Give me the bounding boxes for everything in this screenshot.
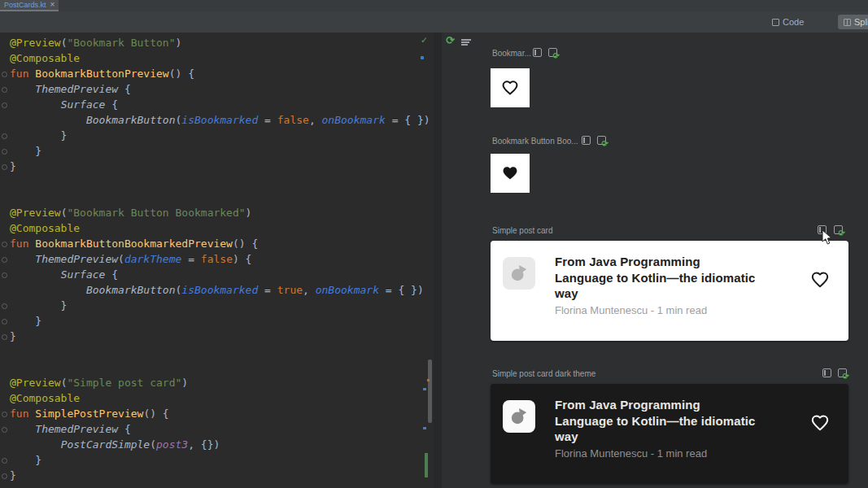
fold-marker-icon[interactable]	[0, 421, 10, 437]
build-refresh-icon[interactable]: ⟳	[446, 34, 455, 46]
fold-marker-icon[interactable]	[0, 128, 10, 143]
scrollbar-info-mark	[423, 388, 426, 390]
code-line[interactable]: fun BookmarkButtonBookmarkedPreview() {	[0, 236, 434, 251]
fold-marker-icon[interactable]	[0, 97, 10, 112]
gutter	[0, 205, 10, 220]
gutter	[0, 375, 10, 390]
code-line[interactable]	[0, 344, 434, 359]
split-mode-button[interactable]: Split	[838, 15, 868, 29]
post-card-light-preview[interactable]: From Java Programming Language to Kotlin…	[491, 241, 848, 341]
code-line[interactable]: ThemedPreview {	[0, 81, 434, 97]
code-line[interactable]: }	[0, 329, 434, 344]
gutter	[0, 344, 10, 359]
inspections-ok-icon[interactable]: ✓	[421, 34, 427, 46]
preview-label-bookmark-button: Bookmar...	[492, 49, 531, 58]
fold-marker-icon[interactable]	[0, 159, 10, 174]
fold-marker-icon[interactable]	[0, 406, 10, 421]
gutter	[0, 35, 10, 50]
fold-marker-icon[interactable]	[0, 329, 10, 344]
code-line[interactable]: BookmarkButton(isBookmarked = false, onB…	[0, 112, 434, 128]
file-tab[interactable]: PostCards.kt ×	[0, 0, 59, 11]
kotlin-logo-icon	[510, 407, 528, 425]
favorite-icon	[809, 270, 831, 290]
code-line[interactable]: }	[0, 159, 434, 174]
code-line[interactable]: }	[0, 128, 434, 143]
code-line[interactable]: @Composable	[0, 220, 434, 236]
code-line[interactable]: }	[0, 313, 434, 329]
fold-marker-icon[interactable]	[0, 236, 10, 251]
code-line[interactable]	[0, 359, 434, 375]
fold-marker-icon[interactable]	[0, 66, 10, 81]
code-line[interactable]: ThemedPreview {	[0, 421, 434, 437]
code-line[interactable]: }	[0, 452, 434, 468]
fold-marker-icon[interactable]	[0, 251, 10, 267]
inspections-info-marker	[421, 56, 424, 59]
post-byline: Florina Muntenescu - 1 min read	[555, 304, 760, 316]
code-line[interactable]: BookmarkButton(isBookmarked = true, onBo…	[0, 282, 434, 298]
heart-filled-icon	[501, 164, 519, 182]
preview-label-simple-post-card-dark: Simple post card dark theme	[492, 369, 595, 378]
code-line[interactable]: @Preview("Bookmark Button Bookmarked")	[0, 205, 434, 220]
code-line[interactable]: }	[0, 468, 434, 483]
scrollbar-warning-mark	[427, 379, 430, 381]
heart-outline-icon	[501, 79, 519, 97]
file-tab-label: PostCards.kt	[4, 1, 46, 9]
close-icon[interactable]: ×	[50, 1, 55, 9]
post-card-text: From Java Programming Language to Kotlin…	[555, 254, 760, 316]
code-line[interactable]: @Composable	[0, 50, 434, 66]
code-line[interactable]: fun SimplePostPreview() {	[0, 406, 434, 421]
bookmark-button-preview[interactable]	[491, 68, 530, 107]
preview-label-simple-post-card: Simple post card	[492, 226, 552, 235]
code-line[interactable]: PostCardSimple(post3, {})	[0, 437, 434, 452]
options-icon[interactable]	[461, 39, 471, 46]
code-line[interactable]: }	[0, 143, 434, 159]
code-line[interactable]: fun BookmarkButtonPreview() {	[0, 66, 434, 81]
gutter	[0, 174, 10, 190]
gutter	[0, 112, 10, 128]
code-line[interactable]: Surface {	[0, 97, 434, 112]
gutter	[0, 390, 10, 406]
kotlin-logo-icon	[510, 264, 528, 282]
code-line[interactable]: @Composable	[0, 390, 434, 406]
post-byline: Florina Muntenescu - 1 min read	[555, 447, 760, 460]
run-preview-icon[interactable]: ⟳	[548, 48, 557, 57]
favorite-icon	[809, 413, 831, 433]
fold-marker-icon[interactable]	[0, 468, 10, 483]
deploy-preview-icon[interactable]	[822, 368, 831, 377]
fold-marker-icon[interactable]	[0, 81, 10, 97]
gutter	[0, 190, 10, 205]
scrollbar-info-mark	[423, 427, 426, 429]
run-preview-icon[interactable]: ⟳	[597, 136, 606, 145]
code-line[interactable]: @Preview("Simple post card")	[0, 375, 434, 390]
deploy-preview-icon[interactable]	[533, 48, 542, 57]
gutter	[0, 220, 10, 236]
run-preview-icon[interactable]: ⟳	[834, 225, 843, 234]
code-line[interactable]	[0, 174, 434, 190]
post-thumbnail	[503, 400, 535, 433]
fold-marker-icon[interactable]	[0, 313, 10, 329]
fold-marker-icon[interactable]	[0, 143, 10, 159]
post-title: From Java Programming Language to Kotlin…	[555, 397, 760, 445]
code-line[interactable]: @Preview("Bookmark Button")	[0, 35, 434, 50]
compose-preview-panel: ⟳ Bookmar... ⟳ Bookmark Button Boo... ⟳	[442, 33, 868, 488]
fold-marker-icon[interactable]	[0, 298, 10, 313]
editor-preview-divider[interactable]	[434, 33, 442, 488]
bookmark-button-bookmarked-preview[interactable]	[491, 154, 530, 193]
post-card-dark-preview[interactable]: From Java Programming Language to Kotlin…	[491, 384, 848, 484]
gutter	[0, 282, 10, 298]
android-studio-window: PostCards.kt × Code Split @Preview("Book…	[0, 0, 868, 488]
code-editor[interactable]: @Preview("Bookmark Button")@Composablefu…	[0, 33, 434, 488]
fold-marker-icon[interactable]	[0, 452, 10, 468]
code-line[interactable]	[0, 190, 434, 205]
fold-marker-icon[interactable]	[0, 267, 10, 282]
code-line[interactable]: }	[0, 298, 434, 313]
code-line[interactable]: ThemedPreview(darkTheme = false) {	[0, 251, 434, 267]
code-mode-button[interactable]: Code	[766, 15, 809, 29]
code-line[interactable]: Surface {	[0, 267, 434, 282]
editor-scrollbar-thumb[interactable]	[428, 359, 432, 423]
split-mode-icon	[844, 19, 851, 26]
code-lines: @Preview("Bookmark Button")@Composablefu…	[0, 35, 434, 483]
deploy-preview-icon[interactable]	[818, 225, 827, 234]
run-preview-icon[interactable]: ⟳	[838, 368, 847, 377]
deploy-preview-icon[interactable]	[582, 136, 591, 145]
